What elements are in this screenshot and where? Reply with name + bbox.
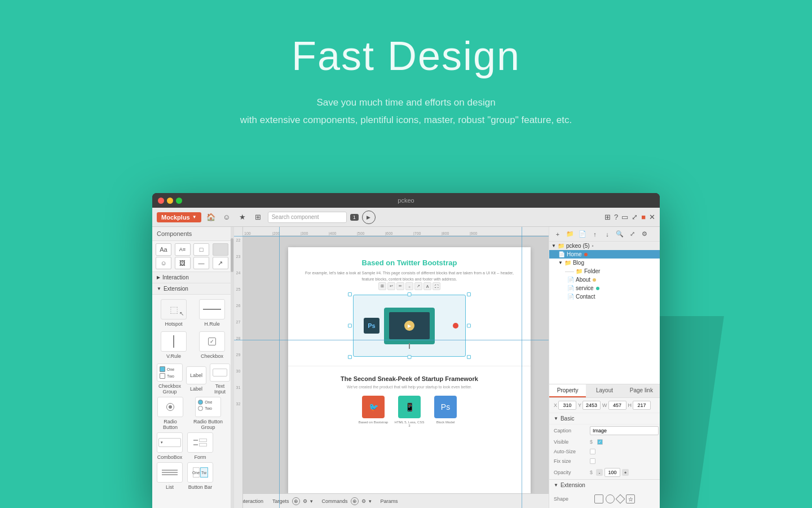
- handle-bl[interactable]: [348, 355, 352, 359]
- handle-bc[interactable]: [408, 355, 412, 359]
- commands-settings[interactable]: ⚙: [361, 498, 366, 504]
- color-icon[interactable]: ■: [641, 213, 646, 221]
- targets-plus[interactable]: ⊕: [292, 497, 300, 505]
- hotspot-item[interactable]: ⬚ ↖ Hotspot: [157, 299, 191, 327]
- tree-contact[interactable]: 📄 Contact: [549, 292, 660, 301]
- tree-folder[interactable]: —— 📁 Folder: [549, 267, 660, 275]
- y-input[interactable]: [582, 401, 601, 410]
- tree-down-btn[interactable]: ↓: [602, 229, 612, 239]
- page-canvas[interactable]: Based on Twitter Bootstrap For example, …: [288, 247, 531, 493]
- handle-br[interactable]: [467, 355, 471, 359]
- w-input[interactable]: [608, 401, 626, 410]
- smiley-icon[interactable]: ☺: [220, 211, 233, 224]
- brand-button[interactable]: Mockplus ▼: [157, 212, 201, 222]
- checkbox-item[interactable]: ✓ Checkbox: [195, 331, 229, 359]
- label-item[interactable]: Label Label: [186, 366, 206, 392]
- caption-input[interactable]: [590, 426, 659, 435]
- grid-view-icon[interactable]: ⊞: [604, 213, 611, 221]
- card-icon-3[interactable]: Ps: [434, 396, 457, 418]
- basic-section-header[interactable]: ▼ Basic: [549, 413, 660, 424]
- tree-add-btn[interactable]: +: [553, 229, 563, 239]
- extension-props-header[interactable]: ▼ Extension: [549, 479, 660, 491]
- card-icon-1[interactable]: 🐦: [362, 396, 385, 418]
- comp-icon-placeholder[interactable]: [213, 243, 228, 256]
- tree-expand-btn[interactable]: ⤢: [627, 229, 637, 239]
- commands-down[interactable]: ▾: [369, 498, 372, 504]
- visible-checkbox[interactable]: ✓: [597, 439, 603, 445]
- window-icon[interactable]: ▭: [621, 213, 628, 221]
- left-scroll-thumb[interactable]: [231, 238, 233, 272]
- buttonbar-item[interactable]: One Tw Button Bar: [187, 462, 213, 490]
- canvas-image-mockup[interactable]: Ps ▶: [353, 295, 466, 357]
- opacity-minus[interactable]: -: [596, 469, 603, 476]
- home-icon[interactable]: 🏠: [205, 211, 217, 224]
- radio-button-item[interactable]: Radio Button: [157, 397, 184, 430]
- tree-service[interactable]: 📄 service: [549, 284, 660, 292]
- opacity-input[interactable]: [604, 468, 620, 477]
- shape-star-icon[interactable]: ☆: [626, 494, 635, 503]
- comp-icon-text-field[interactable]: Aa: [156, 243, 171, 256]
- form-item[interactable]: Form: [187, 432, 213, 460]
- play-button[interactable]: ▶: [362, 211, 376, 224]
- star-icon[interactable]: ★: [236, 211, 249, 224]
- comp-icon-line[interactable]: —: [193, 257, 209, 269]
- textinput-item[interactable]: Text Input: [210, 364, 230, 395]
- comp-icon-rect[interactable]: □: [193, 243, 209, 256]
- comp-icon-text[interactable]: A≡: [175, 243, 191, 256]
- interaction-tab[interactable]: Interaction: [240, 498, 263, 504]
- ctb-4[interactable]: ⬦: [405, 282, 413, 290]
- close-button[interactable]: [158, 198, 164, 204]
- commands-plus[interactable]: ⊕: [351, 497, 359, 505]
- handle-tl[interactable]: [348, 292, 352, 296]
- params-tab[interactable]: Params: [381, 498, 398, 504]
- maximize-button[interactable]: [176, 198, 182, 204]
- interaction-section-header[interactable]: ▶ Interaction: [152, 272, 233, 283]
- tree-page-btn[interactable]: 📄: [577, 229, 588, 239]
- radio-group-item[interactable]: One Two Radio Button Group: [187, 397, 229, 430]
- ctb-2[interactable]: ↩: [387, 282, 395, 290]
- handle-tr[interactable]: [467, 292, 471, 296]
- h-input[interactable]: [633, 401, 651, 410]
- ctb-5[interactable]: ↗: [414, 282, 422, 290]
- comp-icon-arrow[interactable]: ↗: [213, 257, 228, 269]
- tree-up-btn[interactable]: ↑: [590, 229, 600, 239]
- ctb-6[interactable]: A: [423, 282, 431, 290]
- tab-pagelink[interactable]: Page link: [623, 384, 660, 397]
- x-input[interactable]: [558, 401, 576, 410]
- list-item-comp[interactable]: List: [157, 462, 183, 490]
- targets-settings[interactable]: ⚙: [303, 498, 307, 504]
- left-panel-scrollbar[interactable]: [231, 227, 233, 508]
- ctb-3[interactable]: ✏: [396, 282, 404, 290]
- combobox-item[interactable]: ▾ ComboBox: [157, 432, 183, 460]
- ctb-7[interactable]: ⛶: [433, 282, 440, 290]
- autosize-checkbox[interactable]: [590, 449, 595, 454]
- close-icon[interactable]: ✕: [649, 213, 655, 221]
- handle-mr[interactable]: [467, 324, 471, 328]
- shape-diamond-icon[interactable]: [616, 494, 625, 504]
- tree-search-btn[interactable]: 🔍: [615, 229, 625, 239]
- comp-icon-image[interactable]: 🖼: [175, 257, 191, 269]
- fixsize-checkbox[interactable]: [590, 458, 595, 464]
- handle-ml[interactable]: [348, 324, 352, 328]
- targets-down[interactable]: ▾: [310, 498, 313, 504]
- tree-home[interactable]: 📄 Home: [549, 250, 660, 259]
- commands-tab[interactable]: Commands: [322, 498, 348, 504]
- ctb-1[interactable]: ⊞: [378, 282, 386, 290]
- shape-circle-icon[interactable]: [606, 494, 615, 503]
- handle-tc[interactable]: [408, 292, 412, 296]
- opacity-plus[interactable]: +: [622, 469, 629, 476]
- extension-section-header[interactable]: ▼ Extension: [152, 283, 233, 295]
- shape-rect-icon[interactable]: [594, 494, 603, 503]
- search-box[interactable]: Search component: [268, 212, 347, 223]
- comp-icon-emoji[interactable]: ☺: [156, 257, 171, 269]
- help-icon[interactable]: ?: [614, 213, 618, 221]
- targets-tab[interactable]: Targets: [272, 498, 289, 504]
- card-icon-2[interactable]: 📱: [398, 396, 421, 418]
- fullscreen-icon[interactable]: ⤢: [632, 213, 638, 221]
- tab-property[interactable]: Property: [549, 384, 586, 397]
- tree-root[interactable]: ▼ 📁 pckeo (5) •: [549, 242, 660, 250]
- tree-blog[interactable]: ▼ 📁 Blog: [549, 259, 660, 267]
- tab-layout[interactable]: Layout: [586, 384, 623, 397]
- tree-about[interactable]: 📄 About: [549, 275, 660, 284]
- hrule-item[interactable]: H.Rule: [195, 299, 229, 327]
